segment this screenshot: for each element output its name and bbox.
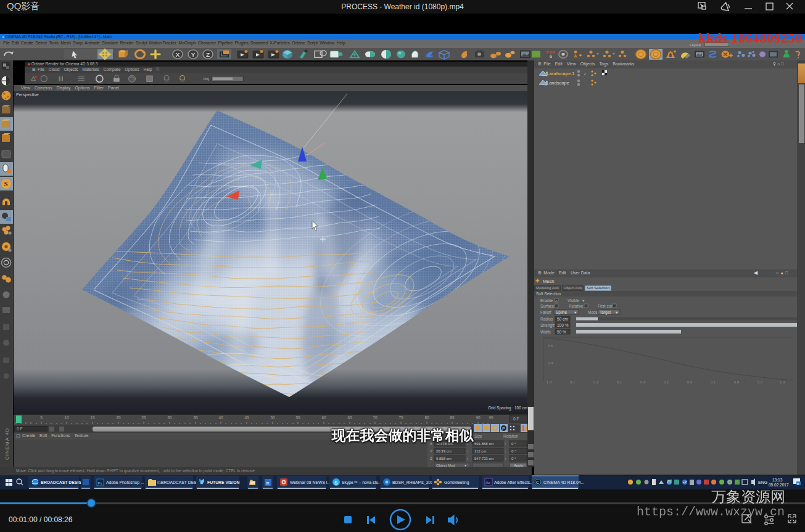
svg-text:95: 95	[489, 415, 493, 420]
svg-text:Adobe After Effects...: Adobe After Effects...	[494, 480, 534, 485]
svg-text:X: X	[176, 51, 180, 57]
svg-text:Visible: Visible	[568, 298, 579, 303]
svg-text:20.39 cm: 20.39 cm	[436, 449, 452, 453]
svg-text:Skype™ – nova-stu...: Skype™ – nova-stu...	[342, 480, 382, 485]
svg-text:50: 50	[270, 415, 275, 420]
svg-text:Y: Y	[191, 51, 196, 57]
svg-text:50 cm: 50 cm	[557, 317, 568, 321]
svg-text:Obj: Obj	[204, 77, 209, 81]
svg-text:547.733 cm: 547.733 cm	[474, 457, 493, 460]
svg-text:50 %: 50 %	[557, 330, 566, 334]
svg-text:Strength: Strength	[540, 323, 556, 328]
svg-text:S: S	[334, 480, 338, 486]
svg-text:Y: Y	[430, 449, 432, 453]
svg-text:5.0: 5.0	[758, 380, 763, 384]
svg-text:15: 15	[90, 415, 95, 420]
svg-text:C: C	[536, 480, 539, 485]
svg-text:PSR: PSR	[547, 50, 556, 54]
svg-text:Landscape.1: Landscape.1	[547, 71, 574, 76]
svg-text:55: 55	[295, 415, 300, 420]
svg-text:FUTURE VISION: FUTURE VISION	[207, 480, 240, 485]
svg-text:↕: ↕	[466, 457, 468, 460]
svg-text:25: 25	[141, 415, 146, 420]
svg-text:0.2: 0.2	[593, 380, 599, 384]
svg-text:0.4: 0.4	[640, 380, 646, 384]
svg-text:BDSR_RHBAPls_2017: BDSR_RHBAPls_2017	[392, 480, 436, 485]
svg-text:Surface: Surface	[540, 304, 555, 308]
svg-text:45: 45	[244, 415, 249, 420]
svg-text:9.858 cm: 9.858 cm	[436, 457, 452, 460]
svg-text:Z: Z	[430, 457, 432, 460]
svg-text:1.0: 1.0	[547, 380, 552, 384]
svg-text:Mode: Mode	[588, 310, 598, 314]
svg-text:Spline: Spline	[556, 310, 567, 315]
svg-text:0 °: 0 °	[511, 457, 516, 460]
svg-text:↕: ↕	[466, 449, 468, 453]
svg-text:✓: ✓	[555, 299, 558, 303]
svg-text:0.1: 0.1	[570, 380, 576, 384]
svg-text:10: 10	[64, 415, 69, 420]
svg-text:Z: Z	[206, 51, 210, 57]
svg-text:0: 0	[550, 55, 552, 59]
svg-text:60: 60	[321, 415, 326, 420]
svg-text:0.1: 0.1	[617, 380, 622, 384]
svg-text:Adobe Photoshop ...: Adobe Photoshop ...	[106, 480, 144, 485]
svg-text:35: 35	[193, 415, 198, 420]
svg-text:BROADCAST DESIG...: BROADCAST DESIG...	[41, 480, 85, 485]
svg-text:1.0: 1.0	[780, 380, 785, 384]
svg-text:Target: Target	[600, 310, 611, 315]
svg-text:↕: ↕	[505, 457, 506, 460]
svg-text:0.1: 0.1	[711, 380, 716, 384]
svg-text:75: 75	[398, 415, 403, 420]
svg-text:S: S	[4, 180, 8, 187]
svg-text:0.8: 0.8	[734, 380, 740, 384]
svg-text:GoToMeeting: GoToMeeting	[444, 480, 469, 485]
svg-text:40: 40	[218, 415, 223, 420]
svg-text:ENG: ENG	[758, 480, 767, 485]
svg-text:0.5: 0.5	[548, 344, 553, 348]
svg-text:90: 90	[476, 415, 481, 420]
svg-text:✓: ✓	[584, 72, 587, 76]
svg-text:8: 8	[797, 482, 799, 486]
svg-text:Ae: Ae	[486, 481, 491, 485]
svg-text:Width: Width	[540, 330, 551, 334]
svg-text:Landscape: Landscape	[547, 80, 569, 86]
svg-text:0.4: 0.4	[548, 361, 553, 365]
svg-text:I:\BROADCAST DES...: I:\BROADCAST DES...	[157, 480, 200, 485]
svg-text:70: 70	[373, 415, 378, 420]
svg-text:Relative: Relative	[569, 304, 584, 308]
svg-text:20: 20	[116, 415, 121, 420]
svg-text:85: 85	[450, 415, 455, 420]
svg-text:Ps: Ps	[98, 481, 102, 485]
svg-text:100 %: 100 %	[557, 323, 569, 327]
svg-text:↕: ↕	[505, 449, 506, 453]
svg-text:05.02.2017: 05.02.2017	[769, 483, 789, 487]
svg-text:Radius: Radius	[540, 317, 553, 321]
svg-text:Webinar 08 NEWS l...: Webinar 08 NEWS l...	[290, 480, 331, 485]
svg-text:Falloff: Falloff	[540, 310, 551, 314]
svg-text:30: 30	[167, 415, 172, 420]
svg-text:0 F: 0 F	[513, 417, 519, 421]
svg-text:Enable: Enable	[540, 298, 553, 303]
svg-text:0.1: 0.1	[664, 380, 669, 384]
svg-text:80: 80	[424, 415, 429, 420]
svg-text:0 °: 0 °	[511, 449, 516, 453]
svg-text:13:13: 13:13	[772, 478, 783, 482]
svg-text:5: 5	[40, 415, 43, 420]
svg-text:CINEMA 4D R18.04...: CINEMA 4D R18.04...	[543, 480, 584, 485]
svg-text:First cut: First cut	[598, 304, 612, 308]
svg-text:m: m	[266, 481, 269, 485]
svg-text:112 cm: 112 cm	[474, 449, 486, 453]
svg-text:0.6: 0.6	[687, 380, 693, 384]
svg-text:65: 65	[347, 415, 352, 420]
svg-text:▾: ▾	[582, 298, 585, 303]
